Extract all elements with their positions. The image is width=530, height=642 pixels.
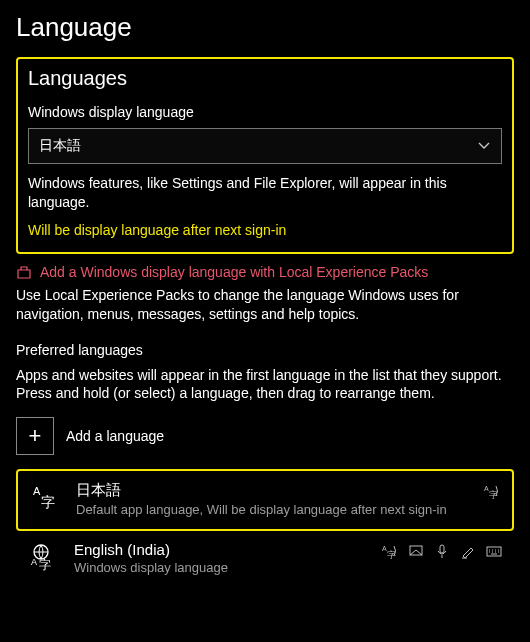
svg-text:A: A <box>31 557 37 567</box>
language-item-subtitle: Windows display language <box>74 560 370 577</box>
display-language-description: Windows features, like Settings and File… <box>28 174 502 212</box>
language-item-english-india[interactable]: 字A English (India) Windows display langu… <box>16 531 514 587</box>
add-display-language-link-text: Add a Windows display language with Loca… <box>40 264 428 280</box>
region-icon <box>408 543 424 559</box>
section-heading-languages: Languages <box>28 67 502 90</box>
language-item-name: English (India) <box>74 541 370 558</box>
display-language-pending-note: Will be display language after next sign… <box>28 222 502 238</box>
plus-icon: + <box>16 417 54 455</box>
add-display-language-link[interactable]: Add a Windows display language with Loca… <box>16 264 514 280</box>
language-glyph-icon: A字 <box>30 481 64 511</box>
add-a-language-button[interactable]: + Add a language <box>16 417 514 455</box>
text-to-speech-icon: A字 <box>484 483 500 499</box>
display-language-label: Windows display language <box>28 104 502 120</box>
svg-text:A: A <box>33 485 41 497</box>
svg-text:字: 字 <box>41 494 55 510</box>
language-item-japanese[interactable]: A字 日本語 Default app language, Will be dis… <box>16 469 514 531</box>
preferred-languages-description: Apps and websites will appear in the fir… <box>16 366 514 404</box>
svg-text:字: 字 <box>39 558 51 571</box>
page-title: Language <box>16 12 514 43</box>
display-language-selected: 日本語 <box>39 137 81 155</box>
preferred-languages-heading: Preferred languages <box>16 342 514 358</box>
handwriting-icon <box>460 543 476 559</box>
lep-description: Use Local Experience Packs to change the… <box>16 286 514 324</box>
globe-language-icon: 字A <box>28 541 62 571</box>
add-a-language-label: Add a language <box>66 428 164 444</box>
svg-rect-10 <box>440 545 444 553</box>
text-to-speech-icon: A字 <box>382 543 398 559</box>
languages-section-highlight: Languages Windows display language 日本語 W… <box>16 57 514 254</box>
speech-icon <box>434 543 450 559</box>
language-item-subtitle: Default app language, Will be display la… <box>76 502 472 519</box>
language-item-name: 日本語 <box>76 481 472 500</box>
keyboard-icon <box>486 543 502 559</box>
store-icon <box>16 264 32 280</box>
chevron-down-icon <box>477 139 491 153</box>
display-language-dropdown[interactable]: 日本語 <box>28 128 502 164</box>
